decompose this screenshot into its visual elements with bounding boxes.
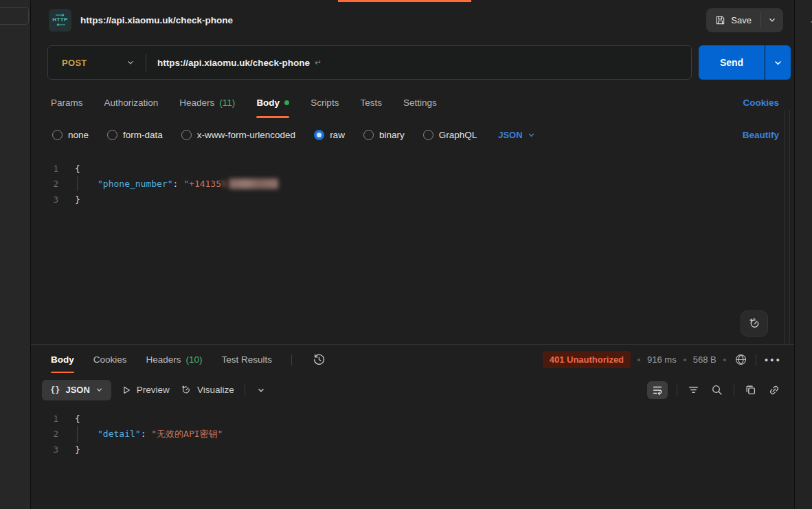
save-label: Save <box>731 15 752 25</box>
language-selector[interactable]: JSON <box>498 130 534 140</box>
body-type-urlencoded[interactable]: x-www-form-urlencoded <box>181 130 295 140</box>
wrap-text-button[interactable] <box>647 381 668 399</box>
send-options-button[interactable] <box>765 45 791 80</box>
postbot-sparkle-icon <box>747 317 761 330</box>
beautify-link[interactable]: Beautify <box>743 130 779 140</box>
chevron-down-icon <box>126 58 135 67</box>
response-body-editor[interactable]: 1 { 2 "detail": "无效的API密钥" 3 } <box>31 405 794 509</box>
wrap-text-icon <box>652 385 663 396</box>
preview-play-icon <box>122 385 131 395</box>
radio-icon <box>423 130 433 140</box>
response-tab-headers[interactable]: Headers(10) <box>146 345 203 374</box>
code-line: 3 } <box>31 192 794 207</box>
visualize-options-button[interactable] <box>256 385 267 396</box>
main-panel: HTTP https://api.xiaomu.uk/check-phone S… <box>31 0 794 509</box>
body-type-graphql[interactable]: GraphQL <box>423 130 477 140</box>
request-tabs: Params Authorization Headers(11) Body Sc… <box>31 85 794 120</box>
arrow-left-icon <box>55 23 66 26</box>
sidebar-partial-box[interactable] <box>0 7 29 25</box>
more-options-icon[interactable]: ●●● <box>763 355 783 365</box>
url-bar: POST https://api.xiaomu.uk/check-phone ↵ <box>47 45 692 80</box>
response-editor-actions <box>647 381 782 399</box>
visualize-button[interactable]: Visualize <box>180 384 234 396</box>
chevron-down-icon <box>95 386 103 394</box>
tab-settings[interactable]: Settings <box>403 85 437 120</box>
preview-button[interactable]: Preview <box>122 385 170 395</box>
search-button[interactable] <box>710 383 725 398</box>
radio-icon <box>363 130 374 140</box>
response-meta: 401 Unauthorized 916 ms 568 B ●●● <box>543 351 783 368</box>
divider <box>291 354 292 365</box>
request-body-editor[interactable]: 1 { 2 "phone_number": "+141355 3 } <box>31 150 794 345</box>
tab-scripts[interactable]: Scripts <box>311 85 339 120</box>
send-button[interactable]: Send <box>699 45 765 80</box>
line-number: 1 <box>31 163 75 174</box>
response-format-selector[interactable]: {} JSON <box>42 380 111 400</box>
code-line: 2 "detail": "无效的API密钥" <box>31 427 794 442</box>
dot-separator <box>684 359 686 361</box>
code-line: 1 { <box>31 411 794 427</box>
filter-button[interactable] <box>686 383 701 397</box>
tab-body[interactable]: Body <box>256 85 289 120</box>
copy-button[interactable] <box>743 383 758 397</box>
save-button[interactable]: Save <box>706 8 760 32</box>
tab-headers[interactable]: Headers(11) <box>179 85 235 120</box>
left-sidebar-strip <box>0 0 31 509</box>
save-icon <box>715 15 725 25</box>
tab-authorization[interactable]: Authorization <box>104 85 159 120</box>
radio-icon <box>107 130 117 140</box>
radio-icon <box>181 130 192 140</box>
json-key: "detail" <box>98 429 141 439</box>
filter-icon <box>688 384 699 396</box>
dot-separator <box>638 359 640 361</box>
status-badge[interactable]: 401 Unauthorized <box>543 351 631 368</box>
line-number: 2 <box>31 179 75 189</box>
globe-icon <box>734 353 747 366</box>
body-type-binary[interactable]: binary <box>363 130 405 140</box>
body-type-none[interactable]: none <box>52 130 89 140</box>
code-line: 2 "phone_number": "+141355 <box>31 177 794 192</box>
body-type-raw[interactable]: raw <box>314 130 345 140</box>
postbot-button[interactable] <box>741 310 768 337</box>
response-headers-count: (10) <box>186 354 203 365</box>
line-number: 1 <box>31 414 75 424</box>
tab-params[interactable]: Params <box>51 85 83 120</box>
line-number: 3 <box>31 194 75 205</box>
response-time[interactable]: 916 ms <box>647 354 677 365</box>
redacted-digits: 5 <box>221 179 227 189</box>
dot-separator <box>723 359 726 361</box>
cookies-link[interactable]: Cookies <box>743 98 779 108</box>
chevron-down-icon <box>257 386 265 394</box>
active-tab-indicator <box>338 0 471 2</box>
response-tab-cookies[interactable]: Cookies <box>93 345 127 374</box>
body-type-row: none form-data x-www-form-urlencoded raw… <box>31 120 794 150</box>
response-tab-body[interactable]: Body <box>51 345 74 374</box>
app-window: HTTP https://api.xiaomu.uk/check-phone S… <box>0 0 812 509</box>
save-group: Save <box>706 8 783 32</box>
method-selector[interactable]: POST <box>48 46 146 79</box>
http-method-icon: HTTP <box>49 9 71 32</box>
json-value: "+14135 <box>183 179 221 189</box>
body-type-form-data[interactable]: form-data <box>107 130 163 140</box>
url-input[interactable]: https://api.xiaomu.uk/check-phone ↵ <box>146 58 691 68</box>
body-modified-dot <box>284 100 289 105</box>
indent-guide <box>77 177 78 191</box>
http-badge-label: HTTP <box>52 17 68 23</box>
network-info-button[interactable] <box>733 352 749 367</box>
json-key: "phone_number" <box>98 179 173 189</box>
divider <box>677 385 677 396</box>
save-options-button[interactable] <box>761 8 783 32</box>
response-tab-test-results[interactable]: Test Results <box>222 345 273 374</box>
response-tabs: Body Cookies Headers(10) Test Results 40… <box>31 345 794 374</box>
tab-tests[interactable]: Tests <box>360 85 382 120</box>
braces-icon: {} <box>50 385 60 395</box>
method-label: POST <box>62 58 87 68</box>
response-history-button[interactable] <box>311 352 327 367</box>
return-icon: ↵ <box>315 58 322 67</box>
json-value: "无效的API密钥" <box>151 428 223 440</box>
right-sidebar-strip: ◂ <box>794 0 812 509</box>
code-line: 1 { <box>31 161 794 177</box>
link-button[interactable] <box>767 383 782 398</box>
request-title: https://api.xiaomu.uk/check-phone <box>80 15 233 25</box>
response-size[interactable]: 568 B <box>693 354 717 365</box>
